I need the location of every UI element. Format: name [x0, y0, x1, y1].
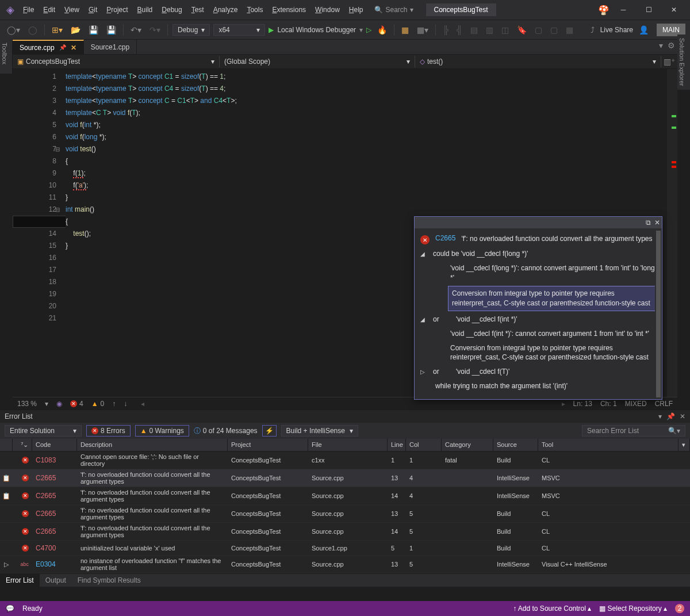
nav-project[interactable]: ▣ConceptsBugTest▾ [13, 56, 220, 67]
mode-indicator[interactable]: MIXED [625, 400, 647, 408]
messages-filter[interactable]: ⓘ0 of 24 Messages [194, 426, 258, 436]
menu-git[interactable]: Git [84, 3, 102, 16]
tooltip-scrollbar[interactable] [655, 229, 662, 399]
tab-settings-icon[interactable]: ⚙ [665, 40, 677, 54]
save-icon[interactable]: 💾 [86, 24, 101, 36]
open-icon[interactable]: 📂 [68, 24, 83, 36]
layout-icon[interactable]: ▦ [399, 24, 411, 36]
search-box[interactable]: 🔍 Search ▾ [370, 5, 417, 15]
config-combo[interactable]: Debug▾ [172, 24, 210, 36]
statusbar: 💬 Ready ↑ Add to Source Control ▴ ▦ Sele… [0, 601, 690, 616]
bottom-tab[interactable]: Find Symbol Results [72, 574, 147, 587]
popup-close-icon[interactable]: ✕ [654, 219, 660, 227]
panel-dropdown-icon[interactable]: ▾ [658, 412, 662, 420]
nav-func[interactable]: ◇test()▾ [415, 56, 661, 67]
menu-window[interactable]: Window [310, 3, 344, 16]
vs-logo-icon: ◈ [5, 4, 16, 16]
error-row[interactable]: ✕C4700uninitialized local variable 'x' u… [0, 541, 690, 556]
error-row[interactable]: ▷abcE0304no instance of overloaded funct… [0, 556, 690, 573]
panel-close-icon[interactable]: ✕ [680, 412, 685, 420]
bottom-tab[interactable]: Error List [0, 574, 40, 587]
errors-filter[interactable]: ✕8 Errors [86, 425, 131, 437]
toolbox-tab[interactable]: Toolbox [0, 39, 13, 74]
error-tooltip: ⧉✕ ✕C2665'f': no overloaded function cou… [414, 216, 662, 400]
account-icon[interactable]: 🍄 [598, 5, 610, 16]
file-tab[interactable]: Source.cpp📌✕ [13, 40, 84, 54]
nav-back-icon[interactable]: ◯▾ [5, 24, 22, 36]
warning-count[interactable]: ▲0 [91, 400, 105, 408]
panel-pin-icon[interactable]: 📌 [666, 412, 675, 420]
titlebar: ◈ FileEditViewGitProjectBuildDebugTestAn… [0, 0, 690, 20]
menu-view[interactable]: View [60, 3, 84, 16]
layout2-icon[interactable]: ▦▾ [415, 24, 431, 36]
error-row[interactable]: ✕C2665'f': no overloaded function could … [0, 523, 690, 541]
menu-help[interactable]: Help [344, 3, 368, 16]
error-row[interactable]: 📋✕C2665'f': no overloaded function could… [0, 469, 690, 487]
liveshare-label[interactable]: Live Share [600, 26, 633, 34]
panel-title: Error List [5, 412, 33, 420]
file-tabs: Source.cpp📌✕Source1.cpp ▾ ⚙ [13, 39, 677, 54]
liveshare-icon[interactable]: ⤴ [588, 24, 597, 36]
nav-bar: ▣ConceptsBugTest▾ (Global Scope)▾ ◇test(… [13, 54, 677, 69]
up-icon[interactable]: ↑ [112, 400, 116, 408]
expand-icon[interactable]: ◢ [420, 251, 427, 257]
debugger-label[interactable]: Local Windows Debugger [277, 26, 356, 34]
error-count[interactable]: ✕4 [70, 400, 83, 408]
main-toolbar: ◯▾ ◯ ⊞▾ 📂 💾 💾 ↶▾ ↷▾ Debug▾ x64▾ ▶ Local … [0, 20, 690, 39]
notifications-icon[interactable]: 2 [675, 604, 684, 613]
undo-icon[interactable]: ↶▾ [128, 24, 144, 36]
error-row[interactable]: ✕C2665'f': no overloaded function could … [0, 505, 690, 523]
bottom-tab[interactable]: Output [40, 574, 72, 587]
play-icon[interactable]: ▶ [269, 26, 274, 34]
error-grid: ⁷⌄ Code Description Project File Line Co… [0, 439, 690, 573]
menu-project[interactable]: Project [102, 3, 132, 16]
popup-expand-icon[interactable]: ⧉ [646, 219, 651, 227]
save-all-icon[interactable]: 💾 [104, 24, 118, 36]
file-tab[interactable]: Source1.cpp [84, 40, 137, 54]
menu-build[interactable]: Build [133, 3, 158, 16]
attach-icon[interactable]: 🔥 [375, 24, 389, 36]
expand-icon[interactable]: ▷ [420, 369, 427, 375]
new-item-icon[interactable]: ⊞▾ [49, 24, 65, 36]
solution-explorer-tab[interactable]: Solution Explorer [677, 35, 690, 90]
zoom-level[interactable]: 133 % [17, 400, 37, 408]
menu-tools[interactable]: Tools [242, 3, 267, 16]
maximize-button[interactable]: ☐ [637, 2, 660, 17]
close-button[interactable]: ✕ [662, 2, 685, 17]
menu-file[interactable]: File [18, 3, 39, 16]
menu-extensions[interactable]: Extensions [267, 3, 310, 16]
error-list-panel: Error List ▾📌✕ Entire Solution▾ ✕8 Error… [0, 410, 690, 587]
expand-icon[interactable]: ◢ [420, 316, 427, 323]
minimize-button[interactable]: ─ [612, 2, 635, 17]
col-indicator[interactable]: Ch: 1 [600, 400, 617, 408]
split-icon[interactable]: ▥⁺ [661, 56, 677, 67]
line-indicator[interactable]: Ln: 13 [573, 400, 592, 408]
error-search[interactable]: Search Error List🔍▾ [582, 425, 685, 437]
error-row[interactable]: ✕C1083Cannot open source file: ';': No s… [0, 452, 690, 469]
redo-icon[interactable]: ↷▾ [147, 24, 163, 36]
source-control[interactable]: ↑ Add to Source Control ▴ [513, 604, 591, 613]
feedback-icon[interactable]: 👤 [637, 24, 651, 36]
error-row[interactable]: 📋✕C2665'f': no overloaded function could… [0, 487, 690, 505]
menu-edit[interactable]: Edit [39, 3, 60, 16]
menu-analyze[interactable]: Analyze [209, 3, 243, 16]
menu-debug[interactable]: Debug [157, 3, 186, 16]
editor[interactable]: 123456789101112131415161718192021 templa… [13, 69, 677, 397]
source-filter-combo[interactable]: Build + IntelliSense▾ [281, 425, 358, 437]
down-icon[interactable]: ↓ [124, 400, 127, 408]
output-icon[interactable]: 💬 [6, 604, 14, 613]
nav-fwd-icon[interactable]: ◯ [26, 24, 40, 36]
warnings-filter[interactable]: ▲0 Warnings [135, 425, 189, 437]
platform-combo[interactable]: x64▾ [213, 24, 265, 36]
play-noattach-icon[interactable]: ▷ [366, 26, 371, 34]
menu-test[interactable]: Test [187, 3, 209, 16]
tab-dropdown-icon[interactable]: ▾ [657, 40, 665, 54]
scope-combo[interactable]: Entire Solution▾ [5, 425, 82, 437]
nav-scope[interactable]: (Global Scope)▾ [220, 56, 415, 67]
tt-msg: 'f': no overloaded function could conver… [461, 234, 652, 244]
repo-select[interactable]: ▦ Select Repository ▴ [599, 604, 667, 613]
marker-bar[interactable] [667, 69, 677, 397]
copilot-icon[interactable]: ⚡ [262, 425, 277, 437]
eol-indicator[interactable]: CRLF [655, 400, 673, 408]
health-icon[interactable]: ◉ [56, 400, 62, 408]
